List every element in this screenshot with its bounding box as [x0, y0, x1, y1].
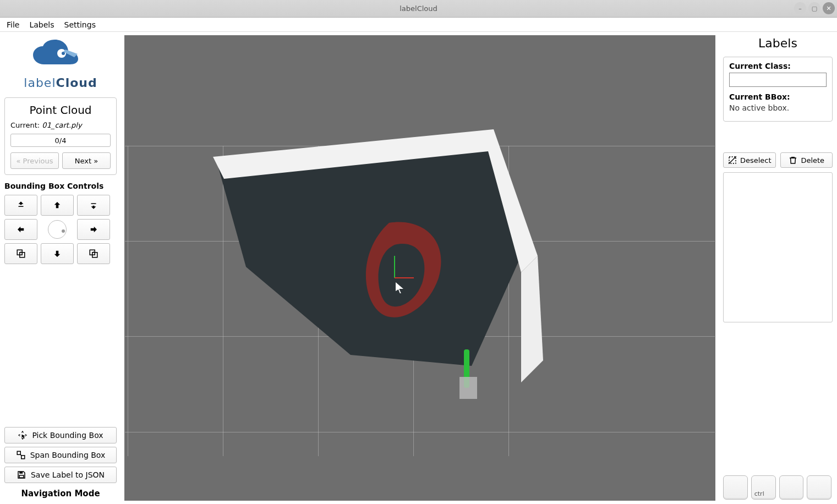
previous-button: « Previous — [10, 152, 59, 169]
current-class-label: Current Class: — [729, 62, 827, 70]
deselect-icon — [727, 155, 737, 165]
app-logo: labelCloud — [4, 36, 117, 97]
svg-rect-6 — [17, 451, 20, 454]
progress-text: 0/4 — [55, 136, 67, 145]
menu-settings[interactable]: Settings — [64, 20, 96, 29]
pointcloud-card: Point Cloud Current: 01_cart.ply 0/4 « P… — [4, 97, 117, 175]
pick-bbox-button[interactable]: Pick Bounding Box — [4, 427, 117, 443]
cloud-icon — [30, 40, 91, 73]
crosshair-icon — [18, 430, 28, 440]
grid-line — [125, 432, 715, 432]
mode-label: Navigation Mode — [4, 486, 117, 500]
save-icon — [17, 470, 26, 480]
progress-box: 0/4 — [10, 134, 111, 147]
current-bbox-value: No active bbox. — [729, 103, 827, 112]
span-icon — [16, 450, 26, 460]
window-close-button[interactable]: ✕ — [823, 2, 835, 14]
app-logo-text: labelCloud — [4, 76, 117, 90]
translate-up-button[interactable] — [41, 195, 74, 216]
save-json-button[interactable]: Save Label to JSON — [4, 467, 117, 483]
translate-down-button[interactable] — [41, 243, 74, 264]
workspace: labelCloud Point Cloud Current: 01_cart.… — [0, 32, 837, 504]
translate-left-button[interactable] — [4, 219, 37, 240]
right-panel: Labels Current Class: Current BBox: No a… — [719, 32, 837, 504]
current-bbox-label: Current BBox: — [729, 92, 827, 101]
grid-line — [128, 146, 128, 456]
rotation-dial[interactable] — [41, 219, 74, 240]
viewport-3d[interactable] — [124, 35, 715, 501]
menu-labels[interactable]: Labels — [29, 20, 54, 29]
window-maximize-button[interactable]: ▢ — [808, 2, 820, 14]
left-panel: labelCloud Point Cloud Current: 01_cart.… — [0, 32, 121, 504]
deselect-button[interactable]: Deselect — [723, 152, 776, 168]
axis-gizmo — [459, 344, 482, 415]
svg-rect-14 — [459, 377, 477, 399]
bbox-arrow-grid — [4, 195, 117, 264]
key-tile-cmd — [807, 475, 831, 500]
labels-list[interactable] — [723, 172, 833, 322]
bbox-controls-heading: Bounding Box Controls — [4, 182, 117, 190]
labels-title: Labels — [723, 36, 833, 50]
current-file-name: 01_cart.ply — [42, 121, 81, 129]
scale-up-button[interactable] — [4, 243, 37, 264]
svg-rect-7 — [21, 456, 24, 459]
key-tile-shift — [723, 475, 748, 500]
class-bbox-card: Current Class: Current BBox: No active b… — [723, 57, 833, 122]
scale-down-button[interactable] — [77, 243, 110, 264]
modifier-keys-display: ctrl — [723, 475, 833, 500]
trash-icon — [788, 155, 798, 165]
window-minimize-button[interactable]: – — [794, 2, 806, 14]
svg-marker-12 — [521, 256, 543, 382]
svg-rect-9 — [19, 475, 24, 478]
key-tile-ctrl: ctrl — [751, 475, 776, 500]
translate-z-up-button[interactable] — [4, 195, 37, 216]
menu-bar: File Labels Settings — [0, 18, 837, 32]
current-file-row: Current: 01_cart.ply — [10, 121, 111, 129]
window-title: labelCloud — [400, 4, 437, 13]
center-panel — [121, 32, 719, 504]
current-label: Current: — [10, 121, 40, 129]
pointcloud-title: Point Cloud — [10, 103, 111, 117]
menu-file[interactable]: File — [7, 20, 19, 29]
span-bbox-button[interactable]: Span Bounding Box — [4, 447, 117, 463]
svg-line-18 — [729, 156, 736, 164]
current-class-input[interactable] — [729, 73, 827, 87]
key-tile-alt — [779, 475, 804, 500]
svg-rect-8 — [19, 472, 23, 474]
translate-z-down-button[interactable] — [77, 195, 110, 216]
translate-right-button[interactable] — [77, 219, 110, 240]
next-button[interactable]: Next » — [62, 152, 111, 169]
delete-button[interactable]: Delete — [780, 152, 833, 168]
axis-origin — [384, 256, 417, 289]
window-titlebar: labelCloud – ▢ ✕ — [0, 0, 837, 18]
